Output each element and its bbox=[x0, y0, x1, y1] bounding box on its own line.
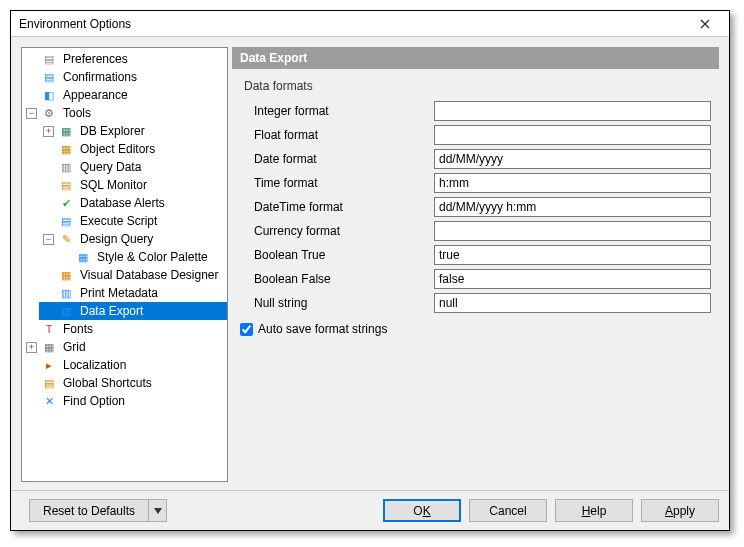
tree-item-tools[interactable]: −⚙Tools bbox=[22, 104, 227, 122]
reset-to-defaults-button[interactable]: Reset to Defaults bbox=[29, 499, 149, 522]
tree-item-appearance[interactable]: ◧Appearance bbox=[22, 86, 227, 104]
row-date-format: Date format bbox=[254, 147, 711, 171]
titlebar: Environment Options bbox=[11, 11, 729, 37]
flag-icon: ▸ bbox=[41, 357, 57, 373]
close-button[interactable] bbox=[685, 14, 725, 34]
chevron-down-icon bbox=[154, 508, 162, 514]
label-integer-format: Integer format bbox=[254, 104, 434, 118]
reset-to-defaults-split: Reset to Defaults bbox=[21, 499, 167, 522]
document-icon: ▤ bbox=[41, 51, 57, 67]
cancel-button[interactable]: Cancel bbox=[469, 499, 547, 522]
tree-item-database-alerts[interactable]: ✔Database Alerts bbox=[39, 194, 227, 212]
label-auto-save: Auto save format strings bbox=[258, 322, 387, 336]
tree-item-find-option[interactable]: ✕Find Option bbox=[22, 392, 227, 410]
label-date-format: Date format bbox=[254, 152, 434, 166]
input-datetime-format[interactable] bbox=[434, 197, 711, 217]
row-boolean-true: Boolean True bbox=[254, 243, 711, 267]
export-icon: ▥ bbox=[58, 303, 74, 319]
input-date-format[interactable] bbox=[434, 149, 711, 169]
input-null-string[interactable] bbox=[434, 293, 711, 313]
data-formats-group: Data formats Integer format Float format… bbox=[240, 79, 711, 315]
label-time-format: Time format bbox=[254, 176, 434, 190]
row-boolean-false: Boolean False bbox=[254, 267, 711, 291]
label-currency-format: Currency format bbox=[254, 224, 434, 238]
input-boolean-false[interactable] bbox=[434, 269, 711, 289]
input-currency-format[interactable] bbox=[434, 221, 711, 241]
row-integer-format: Integer format bbox=[254, 99, 711, 123]
query-icon: ▥ bbox=[58, 159, 74, 175]
input-boolean-true[interactable] bbox=[434, 245, 711, 265]
help-button[interactable]: Help bbox=[555, 499, 633, 522]
section-header: Data Export bbox=[232, 47, 719, 69]
collapse-icon[interactable]: − bbox=[26, 108, 37, 119]
label-float-format: Float format bbox=[254, 128, 434, 142]
dialog-footer: Reset to Defaults OK Cancel Help Apply bbox=[11, 490, 729, 530]
tree-item-global-shortcuts[interactable]: ▤Global Shortcuts bbox=[22, 374, 227, 392]
form-area: Data formats Integer format Float format… bbox=[232, 69, 719, 482]
label-null-string: Null string bbox=[254, 296, 434, 310]
window: Environment Options ▤Preferences ▤Confir… bbox=[10, 10, 730, 531]
editor-icon: ▦ bbox=[58, 141, 74, 157]
row-auto-save: Auto save format strings bbox=[240, 319, 711, 339]
navigation-tree[interactable]: ▤Preferences ▤Confirmations ◧Appearance … bbox=[21, 47, 228, 482]
palette-icon: ▦ bbox=[75, 249, 91, 265]
content-pane: Data Export Data formats Integer format … bbox=[232, 47, 719, 482]
script-icon: ▤ bbox=[58, 213, 74, 229]
label-boolean-false: Boolean False bbox=[254, 272, 434, 286]
tree-item-execute-script[interactable]: ▤Execute Script bbox=[39, 212, 227, 230]
keyboard-icon: ▤ bbox=[41, 375, 57, 391]
row-currency-format: Currency format bbox=[254, 219, 711, 243]
tree-item-object-editors[interactable]: ▦Object Editors bbox=[39, 140, 227, 158]
tree-item-grid[interactable]: +▦Grid bbox=[22, 338, 227, 356]
tree-item-preferences[interactable]: ▤Preferences bbox=[22, 50, 227, 68]
check-icon: ✔ bbox=[58, 195, 74, 211]
tree-item-localization[interactable]: ▸Localization bbox=[22, 356, 227, 374]
search-icon: ✕ bbox=[41, 393, 57, 409]
dialog-body: ▤Preferences ▤Confirmations ◧Appearance … bbox=[11, 37, 729, 490]
tree-item-visual-db-designer[interactable]: ▦Visual Database Designer bbox=[39, 266, 227, 284]
input-integer-format[interactable] bbox=[434, 101, 711, 121]
tree-item-sql-monitor[interactable]: ▤SQL Monitor bbox=[39, 176, 227, 194]
label-datetime-format: DateTime format bbox=[254, 200, 434, 214]
row-datetime-format: DateTime format bbox=[254, 195, 711, 219]
designer-icon: ▦ bbox=[58, 267, 74, 283]
expand-icon[interactable]: + bbox=[43, 126, 54, 137]
input-float-format[interactable] bbox=[434, 125, 711, 145]
tree-item-style-color-palette[interactable]: ▦Style & Color Palette bbox=[56, 248, 227, 266]
sql-icon: ▤ bbox=[58, 177, 74, 193]
ok-button[interactable]: OK bbox=[383, 499, 461, 522]
row-float-format: Float format bbox=[254, 123, 711, 147]
tree-item-data-export[interactable]: ▥Data Export bbox=[39, 302, 227, 320]
tree-item-design-query[interactable]: −✎Design Query bbox=[39, 230, 227, 248]
tree-item-confirmations[interactable]: ▤Confirmations bbox=[22, 68, 227, 86]
grid-icon: ▦ bbox=[41, 339, 57, 355]
appearance-icon: ◧ bbox=[41, 87, 57, 103]
window-title: Environment Options bbox=[19, 17, 685, 31]
tree-item-print-metadata[interactable]: ▥Print Metadata bbox=[39, 284, 227, 302]
tree-item-fonts[interactable]: TFonts bbox=[22, 320, 227, 338]
font-icon: T bbox=[41, 321, 57, 337]
reset-to-defaults-dropdown[interactable] bbox=[149, 499, 167, 522]
checkbox-auto-save[interactable] bbox=[240, 323, 253, 336]
expand-icon[interactable]: + bbox=[26, 342, 37, 353]
database-icon: ▦ bbox=[58, 123, 74, 139]
row-time-format: Time format bbox=[254, 171, 711, 195]
print-icon: ▥ bbox=[58, 285, 74, 301]
close-icon bbox=[700, 19, 710, 29]
document-icon: ▤ bbox=[41, 69, 57, 85]
label-boolean-true: Boolean True bbox=[254, 248, 434, 262]
row-null-string: Null string bbox=[254, 291, 711, 315]
design-icon: ✎ bbox=[58, 231, 74, 247]
group-legend: Data formats bbox=[240, 79, 711, 93]
gear-icon: ⚙ bbox=[41, 105, 57, 121]
tree-item-db-explorer[interactable]: +▦DB Explorer bbox=[39, 122, 227, 140]
apply-button[interactable]: Apply bbox=[641, 499, 719, 522]
tree-item-query-data[interactable]: ▥Query Data bbox=[39, 158, 227, 176]
collapse-icon[interactable]: − bbox=[43, 234, 54, 245]
input-time-format[interactable] bbox=[434, 173, 711, 193]
